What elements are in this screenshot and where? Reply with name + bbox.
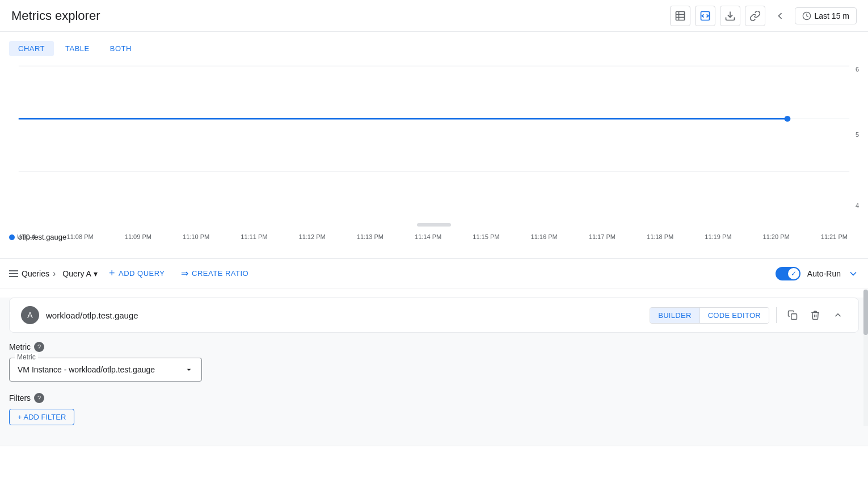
x-label-3: 11:10 PM (183, 233, 209, 240)
filters-label: Filters ? (9, 393, 859, 403)
metric-help-icon[interactable]: ? (34, 342, 44, 352)
add-query-label: ADD QUERY (119, 269, 165, 278)
delete-button[interactable] (806, 306, 824, 324)
scrollbar-thumb (863, 290, 868, 335)
metric-label: Metric ? (9, 342, 859, 352)
filters-help-icon[interactable]: ? (34, 393, 44, 403)
chart-area: CHART TABLE BOTH 6 5 4 UTC-4 11:08 PM 11… (0, 32, 868, 259)
queries-section: Queries › (9, 269, 56, 279)
query-bar: Queries › Query A ▾ + ADD QUERY ⇒ CREATE… (0, 259, 868, 288)
tab-both[interactable]: BOTH (101, 41, 141, 56)
tab-table[interactable]: TABLE (56, 41, 99, 56)
link-icon-button[interactable] (745, 6, 765, 26)
metric-field-label: Metric (15, 353, 38, 361)
query-path: workload/otlp.test.gauge (46, 311, 643, 320)
query-name: Query A (62, 269, 91, 278)
x-label-7: 11:14 PM (415, 233, 441, 240)
x-label-12: 11:19 PM (705, 233, 731, 240)
x-label-11: 11:18 PM (647, 233, 673, 240)
add-filter-button[interactable]: + ADD FILTER (9, 409, 74, 425)
x-label-1: 11:08 PM (67, 233, 94, 240)
add-query-button[interactable]: + ADD QUERY (104, 264, 170, 283)
create-ratio-button[interactable]: ⇒ CREATE RATIO (176, 265, 254, 282)
collapse-button[interactable] (829, 306, 847, 324)
plus-icon: + (109, 267, 115, 279)
chart-legend: otlp.test.gauge (9, 233, 66, 241)
header: Metrics explorer (0, 0, 868, 32)
query-header-actions: BUILDER CODE EDITOR (650, 306, 847, 324)
chart-svg (0, 60, 868, 224)
page-title: Metrics explorer (11, 9, 100, 23)
metric-select[interactable]: Metric VM Instance - workload/otlp.test.… (9, 358, 202, 382)
svg-rect-0 (676, 11, 684, 20)
auto-run-label: Auto-Run (807, 269, 841, 278)
code-editor-tab[interactable]: CODE EDITOR (700, 308, 769, 323)
chevron-down-icon: ▾ (94, 269, 98, 278)
legend-dot (9, 234, 15, 240)
metric-select-box[interactable]: VM Instance - workload/otlp.test.gauge (9, 358, 202, 382)
x-label-8: 11:15 PM (473, 233, 499, 240)
time-range-button[interactable]: Last 15 m (795, 7, 857, 24)
svg-point-10 (784, 116, 790, 122)
header-actions: Last 15 m (670, 6, 857, 26)
queries-label: Queries (22, 269, 49, 278)
tab-chart[interactable]: CHART (9, 41, 54, 56)
x-label-9: 11:16 PM (531, 233, 558, 240)
x-label-4: 11:11 PM (241, 233, 267, 240)
chart-scrollbar[interactable] (417, 223, 451, 227)
builder-tab[interactable]: BUILDER (650, 308, 700, 323)
x-label-10: 11:17 PM (589, 233, 616, 240)
time-range-label: Last 15 m (815, 11, 849, 20)
svg-rect-11 (791, 314, 797, 320)
query-body: Metric ? Metric VM Instance - workload/o… (0, 342, 868, 446)
view-tabs: CHART TABLE BOTH (0, 36, 150, 61)
query-selector[interactable]: Query A ▾ (62, 269, 98, 278)
filters-section: Filters ? + ADD FILTER (9, 393, 859, 425)
legend-label: otlp.test.gauge (18, 233, 66, 241)
back-button[interactable] (770, 6, 790, 26)
x-axis: UTC-4 11:08 PM 11:09 PM 11:10 PM 11:11 P… (0, 233, 857, 240)
metric-dropdown-icon (184, 365, 193, 374)
expand-down-button[interactable] (848, 268, 859, 279)
x-label-6: 11:13 PM (357, 233, 384, 240)
right-scrollbar[interactable] (863, 290, 868, 426)
metric-value: VM Instance - workload/otlp.test.gauge (18, 365, 155, 374)
chevron-right-icon: › (53, 269, 56, 279)
builder-code-tabs: BUILDER CODE EDITOR (650, 307, 769, 324)
download-icon-button[interactable] (720, 6, 740, 26)
toggle-thumb: ✓ (788, 268, 799, 279)
copy-button[interactable] (783, 306, 802, 324)
create-ratio-label: CREATE RATIO (192, 269, 248, 278)
x-label-2: 11:09 PM (125, 233, 151, 240)
hamburger-icon (9, 270, 18, 277)
query-panel: A workload/otlp.test.gauge BUILDER CODE … (0, 298, 868, 446)
table-icon-button[interactable] (670, 6, 690, 26)
metric-section: Metric ? Metric VM Instance - workload/o… (9, 342, 859, 382)
x-label-13: 11:20 PM (763, 233, 790, 240)
x-label-5: 11:12 PM (299, 233, 326, 240)
auto-run-toggle[interactable]: ✓ (776, 267, 800, 280)
ratio-icon: ⇒ (181, 268, 189, 279)
query-header: A workload/otlp.test.gauge BUILDER CODE … (9, 298, 859, 333)
chart-container (0, 60, 868, 224)
code-icon-button[interactable] (695, 6, 715, 26)
x-label-14: 11:21 PM (821, 233, 848, 240)
query-bar-right: ✓ Auto-Run (776, 267, 859, 280)
divider (776, 307, 777, 323)
query-avatar: A (21, 306, 39, 324)
